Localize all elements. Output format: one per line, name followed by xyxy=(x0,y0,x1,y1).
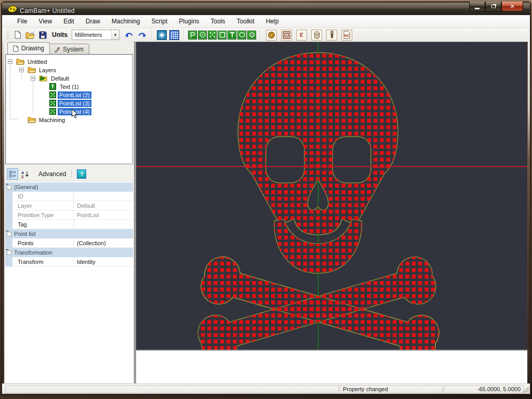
new-file-icon xyxy=(14,31,22,39)
tab-system[interactable]: System xyxy=(48,44,89,54)
category-row-transformation[interactable]: Transformation xyxy=(5,248,133,257)
category-label: (General) xyxy=(14,184,38,190)
close-button[interactable]: ✕ xyxy=(501,2,523,11)
open-file-button[interactable] xyxy=(24,29,36,41)
toolbar-grip[interactable] xyxy=(7,30,9,39)
menu-tools[interactable]: Tools xyxy=(205,16,231,26)
tree-item-label[interactable]: PointList (3) xyxy=(58,100,91,107)
property-value[interactable]: (Collection) xyxy=(74,238,133,248)
chevron-down-icon[interactable]: ▼ xyxy=(111,30,119,39)
property-row-transform[interactable]: Transform Identity xyxy=(5,257,133,267)
polyline-icon xyxy=(190,32,195,38)
row-gutter xyxy=(5,210,12,220)
property-value[interactable]: Identity xyxy=(74,257,133,267)
property-row-layer[interactable]: Layer Default xyxy=(5,201,133,210)
drawing-canvas[interactable] xyxy=(136,42,527,350)
property-row-id[interactable]: ID xyxy=(5,192,133,201)
toolbar-separator xyxy=(183,30,184,40)
menu-script[interactable]: Script xyxy=(146,16,174,26)
row-gutter xyxy=(5,257,12,267)
pocket-toolpath-button[interactable] xyxy=(281,30,292,41)
draw-text-button[interactable] xyxy=(228,31,236,39)
tree-item-label[interactable]: Text (1) xyxy=(58,83,81,90)
property-value[interactable]: PointList xyxy=(74,210,133,220)
profile-toolpath-button[interactable] xyxy=(266,30,277,41)
tree-item-label[interactable]: Machining xyxy=(37,116,66,124)
tree-row-layers[interactable]: Layers xyxy=(6,66,58,74)
menu-plugins[interactable]: Plugins xyxy=(173,16,205,26)
tab-system-label: System xyxy=(63,46,84,53)
toolbar-separator xyxy=(151,30,152,40)
help-button[interactable]: ? xyxy=(77,169,86,179)
drawing-tree[interactable]: Untitled Layers Default Text (1) PointLi… xyxy=(5,54,133,164)
tree-item-label[interactable]: Default xyxy=(49,75,71,82)
redo-button[interactable] xyxy=(136,29,148,41)
alphabetical-icon: A Z xyxy=(21,170,30,178)
units-combobox[interactable]: Millimeters ▼ xyxy=(72,30,119,40)
menu-file[interactable]: File xyxy=(11,16,33,26)
tab-drawing[interactable]: Drawing xyxy=(7,42,50,54)
region-button[interactable] xyxy=(247,31,256,39)
minimize-icon xyxy=(475,8,480,9)
tree-row-pointlist3[interactable]: PointList (3) xyxy=(6,99,91,108)
menu-machining[interactable]: Machining xyxy=(106,16,146,26)
category-row-general[interactable]: (General) xyxy=(5,182,133,192)
surface-button[interactable] xyxy=(237,31,246,39)
property-value[interactable] xyxy=(74,192,133,201)
pointlist-object-icon xyxy=(49,91,56,98)
minimize-button[interactable] xyxy=(469,2,485,11)
tree-row-machining[interactable]: Machining xyxy=(6,116,66,124)
tree-row-default[interactable]: Default xyxy=(6,74,71,83)
rectangle-button[interactable] xyxy=(218,31,227,39)
collapse-icon[interactable] xyxy=(8,59,12,64)
resize-grip-icon[interactable] xyxy=(523,387,529,393)
units-label: Units xyxy=(52,31,68,38)
category-row-pointlist[interactable]: Point list xyxy=(5,229,133,238)
undo-button[interactable] xyxy=(124,29,135,41)
menu-draw[interactable]: Draw xyxy=(80,16,106,26)
tree-item-label[interactable]: PointList (2) xyxy=(58,91,91,99)
property-value[interactable]: Default xyxy=(74,201,133,210)
row-gutter xyxy=(5,201,12,210)
property-row-points[interactable]: Points (Collection) xyxy=(5,238,133,248)
endmill-button[interactable] xyxy=(326,30,337,41)
tree-row-untitled[interactable]: Untitled xyxy=(6,58,48,66)
pocket-toolpath-icon xyxy=(283,31,290,39)
new-file-button[interactable] xyxy=(12,29,23,41)
save-file-button[interactable] xyxy=(37,29,48,41)
tree-row-pointlist2[interactable]: PointList (2) xyxy=(6,91,91,99)
collapse-icon[interactable] xyxy=(19,68,24,72)
collapse-icon[interactable] xyxy=(7,232,11,236)
draw-pointlist-button[interactable] xyxy=(208,31,217,39)
collapse-icon[interactable] xyxy=(7,250,11,255)
title-bar[interactable]: CamBam+ Untitled xyxy=(2,3,530,15)
circle-button[interactable] xyxy=(198,31,207,39)
polyline-button[interactable] xyxy=(188,31,197,39)
drill-toolpath-button[interactable] xyxy=(311,30,322,41)
help-icon: ? xyxy=(80,171,84,177)
undo-icon xyxy=(125,31,134,38)
menu-edit[interactable]: Edit xyxy=(58,16,80,26)
collapse-icon[interactable] xyxy=(31,76,35,81)
engrave-toolpath-button[interactable]: Ɛ xyxy=(296,30,307,41)
menu-help[interactable]: Help xyxy=(260,16,285,26)
categorized-button[interactable] xyxy=(7,168,18,180)
tree-row-text1[interactable]: Text (1) xyxy=(6,83,81,91)
category-label: Transformation xyxy=(14,249,52,256)
tree-item-label[interactable]: Untitled xyxy=(26,58,48,65)
show-grid-button[interactable] xyxy=(168,29,180,41)
nc-file-button[interactable]: NC xyxy=(341,30,352,41)
alphabetical-button[interactable]: A Z xyxy=(20,168,31,180)
page-icon xyxy=(13,45,19,52)
tree-item-label[interactable]: Layers xyxy=(37,66,58,74)
snap-points-button[interactable] xyxy=(156,29,167,41)
menu-toolkit[interactable]: Toolkit xyxy=(231,16,260,26)
menu-view[interactable]: View xyxy=(33,16,58,26)
advanced-button[interactable]: Advanced xyxy=(38,170,66,178)
folder-icon xyxy=(28,66,36,73)
property-value[interactable] xyxy=(74,220,133,229)
restore-button[interactable] xyxy=(485,2,501,11)
property-row-primitive-type[interactable]: Primitive Type PointList xyxy=(5,210,133,220)
collapse-icon[interactable] xyxy=(7,185,11,190)
property-row-tag[interactable]: Tag xyxy=(5,220,133,229)
